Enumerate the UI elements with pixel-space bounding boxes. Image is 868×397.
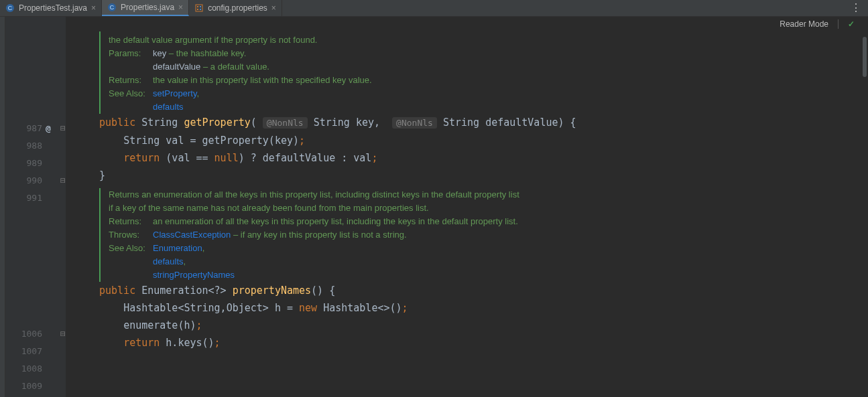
javadoc-summary: Returns an enumeration of all the keys i… — [109, 188, 524, 215]
svg-rect-4 — [196, 5, 202, 11]
svg-rect-5 — [197, 6, 198, 7]
java-class-icon: C — [5, 3, 15, 13]
properties-file-icon — [194, 3, 204, 13]
javadoc-link[interactable]: Enumeration — [153, 243, 202, 253]
javadoc-throws-label: Throws: — [109, 228, 147, 242]
fold-collapse-icon[interactable]: ⊟ — [60, 123, 66, 133]
code-block-propertyNames[interactable]: public Enumeration<?> propertyNames() { … — [66, 282, 868, 351]
tab-menu-icon[interactable]: ⋮ — [851, 3, 861, 13]
line-number: 1009 — [5, 381, 42, 391]
tab-label: Properties.java — [121, 3, 174, 12]
javadoc-returns-label: Returns: — [109, 74, 147, 87]
javadoc-link[interactable]: ClassCastException — [153, 230, 231, 240]
javadoc-seealso-label: See Also: — [109, 87, 147, 100]
javadoc-link[interactable]: stringPropertyNames — [153, 270, 235, 280]
javadoc-param-name: defaultValue — [153, 62, 200, 72]
fold-collapse-icon[interactable]: ⊟ — [60, 329, 66, 339]
javadoc-returns: the value in this property list with the… — [153, 74, 372, 87]
svg-text:C: C — [8, 5, 13, 11]
javadoc-propertyNames: Returns an enumeration of all the keys i… — [99, 188, 868, 282]
line-number: 988 — [5, 141, 42, 151]
javadoc-params-label: Params: — [109, 47, 147, 60]
svg-rect-8 — [200, 9, 201, 10]
tab-config-properties[interactable]: config.properties × — [189, 0, 282, 16]
javadoc-seealso-label: See Also: — [109, 242, 147, 255]
inspections-ok-icon[interactable]: ✓ — [848, 19, 855, 29]
javadoc-link[interactable]: setProperty — [153, 88, 197, 98]
javadoc-link[interactable]: defaults — [153, 256, 184, 266]
line-number: 989 — [5, 158, 42, 168]
javadoc-param-desc: – the hashtable key. — [169, 48, 246, 58]
close-icon[interactable]: × — [91, 3, 96, 13]
divider — [838, 19, 839, 29]
code-viewport[interactable]: Reader Mode ✓ property list, the default… — [66, 17, 868, 397]
line-number: 1008 — [5, 364, 42, 374]
javadoc-param-desc: – a default value. — [203, 62, 269, 72]
javadoc-returns-label: Returns: — [109, 215, 147, 228]
gutter[interactable]: 987 @ ⊟ 988 989 990 ⊟ 991 1006 ⊟ 1007 10… — [5, 17, 66, 397]
tab-properties[interactable]: C Properties.java × — [102, 0, 189, 16]
line-number: 991 — [5, 193, 42, 203]
line-number: 990 — [5, 175, 42, 185]
svg-text:C: C — [110, 4, 115, 11]
close-icon[interactable]: × — [178, 3, 183, 12]
left-toolwindow-strip[interactable] — [0, 17, 5, 397]
close-icon[interactable]: × — [271, 3, 276, 13]
tab-properties-test[interactable]: C PropertiesTest.java × — [0, 0, 102, 16]
scrollbar-marker-strip[interactable] — [861, 17, 868, 397]
svg-rect-6 — [197, 9, 198, 10]
line-number: 987 — [5, 123, 42, 133]
fold-end-icon[interactable]: ⊟ — [60, 175, 66, 185]
editor-area: 987 @ ⊟ 988 989 990 ⊟ 991 1006 ⊟ 1007 10… — [0, 17, 868, 397]
code-block-getProperty[interactable]: public String getProperty( @NonNls Strin… — [66, 114, 868, 184]
javadoc-returns: an enumeration of all the keys in this p… — [153, 215, 518, 228]
tab-label: PropertiesTest.java — [19, 3, 87, 13]
javadoc-param-name: key — [153, 48, 166, 58]
javadoc-throws-desc: – if any key in this property list is no… — [231, 230, 406, 240]
override-icon[interactable]: @ — [46, 123, 51, 133]
javadoc-getProperty: property list, the default property list… — [99, 20, 868, 114]
editor-tabbar: C PropertiesTest.java × C Properties.jav… — [0, 0, 868, 17]
java-class-icon: C — [107, 3, 117, 12]
line-number: 1006 — [5, 329, 42, 339]
javadoc-link[interactable]: defaults — [153, 102, 184, 112]
line-number: 1007 — [5, 346, 42, 356]
reader-mode-toggle[interactable]: Reader Mode — [780, 19, 828, 29]
svg-rect-7 — [200, 6, 201, 7]
tab-label: config.properties — [208, 3, 267, 13]
